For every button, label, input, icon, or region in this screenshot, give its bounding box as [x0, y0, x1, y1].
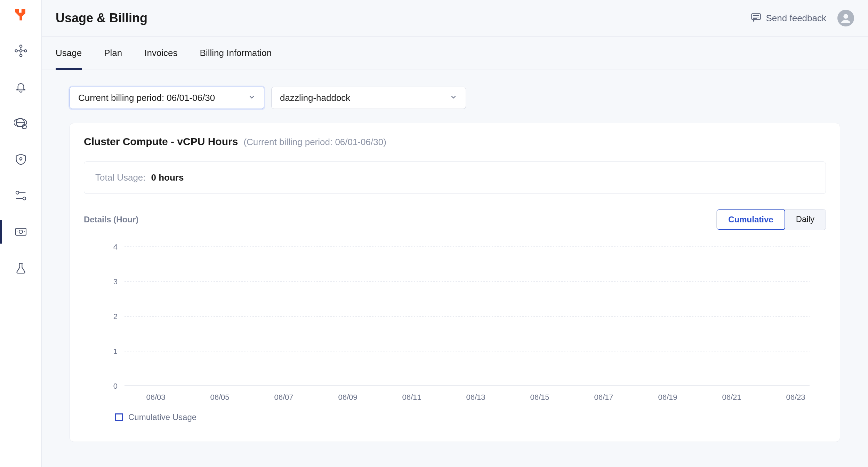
- sidebar-nav: [0, 0, 42, 467]
- feedback-label: Send feedback: [766, 13, 826, 24]
- billing-period-value: Current billing period: 06/01-06/30: [78, 93, 215, 103]
- svg-text:06/21: 06/21: [722, 393, 741, 402]
- chevron-down-icon: [450, 93, 457, 103]
- svg-text:2: 2: [113, 312, 118, 321]
- shield-lock-icon[interactable]: [13, 152, 29, 167]
- svg-point-17: [19, 230, 23, 233]
- svg-point-24: [843, 14, 848, 18]
- tab-plan[interactable]: Plan: [104, 37, 122, 70]
- avatar[interactable]: [837, 10, 854, 26]
- svg-text:06/15: 06/15: [530, 393, 549, 402]
- svg-point-14: [23, 197, 25, 200]
- svg-text:06/07: 06/07: [274, 393, 293, 402]
- usage-chart-svg: 0123406/0306/0506/0706/0906/1106/1306/15…: [84, 240, 826, 407]
- toggle-cumulative-button[interactable]: Cumulative: [716, 209, 785, 230]
- chart-legend: Cumulative Usage: [84, 407, 826, 422]
- filter-controls: Current billing period: 06/01-06/30 dazz…: [42, 70, 868, 123]
- details-row: Details (Hour) Cumulative Daily: [84, 209, 826, 230]
- card-title: Cluster Compute - vCPU Hours: [84, 136, 238, 148]
- svg-text:3: 3: [113, 277, 118, 286]
- cluster-select[interactable]: dazzling-haddock: [271, 87, 466, 109]
- send-feedback-button[interactable]: Send feedback: [750, 11, 826, 25]
- card-subtitle: (Current billing period: 06/01-06/30): [243, 137, 386, 148]
- svg-point-12: [16, 191, 18, 194]
- flask-icon[interactable]: [13, 260, 29, 276]
- total-usage-value: 0 hours: [151, 172, 184, 183]
- svg-point-4: [24, 50, 27, 52]
- details-label: Details (Hour): [84, 215, 138, 224]
- tabs: Usage Plan Invoices Billing Information: [42, 37, 868, 70]
- svg-text:1: 1: [113, 347, 118, 356]
- globe-settings-icon[interactable]: [13, 116, 29, 131]
- billing-period-select[interactable]: Current billing period: 06/01-06/30: [70, 87, 264, 109]
- app-logo-icon: [13, 7, 29, 22]
- svg-text:06/23: 06/23: [786, 393, 805, 402]
- svg-text:06/19: 06/19: [658, 393, 677, 402]
- svg-text:0: 0: [113, 382, 118, 390]
- svg-point-11: [19, 158, 22, 160]
- card-header: Cluster Compute - vCPU Hours (Current bi…: [84, 136, 826, 148]
- svg-point-2: [19, 54, 22, 57]
- svg-text:06/05: 06/05: [210, 393, 229, 402]
- bell-icon[interactable]: [13, 79, 29, 95]
- legend-swatch-icon: [115, 413, 123, 421]
- tab-usage[interactable]: Usage: [56, 37, 82, 70]
- svg-point-0: [19, 50, 22, 52]
- legend-label: Cumulative Usage: [128, 412, 196, 422]
- cluster-value: dazzling-haddock: [280, 93, 350, 103]
- svg-text:06/13: 06/13: [466, 393, 485, 402]
- svg-text:06/11: 06/11: [402, 393, 421, 402]
- topbar-actions: Send feedback: [750, 10, 854, 26]
- connections-icon[interactable]: [13, 188, 29, 203]
- svg-text:06/03: 06/03: [146, 393, 165, 402]
- topbar: Usage & Billing Send feedback: [42, 0, 868, 37]
- main-content: Usage & Billing Send feedback: [42, 0, 868, 467]
- usage-card: Cluster Compute - vCPU Hours (Current bi…: [70, 123, 840, 442]
- svg-point-1: [19, 45, 22, 47]
- svg-text:06/09: 06/09: [338, 393, 357, 402]
- total-usage-label: Total Usage:: [95, 172, 146, 183]
- view-toggle-group: Cumulative Daily: [716, 209, 826, 230]
- tab-invoices[interactable]: Invoices: [144, 37, 177, 70]
- svg-text:06/17: 06/17: [594, 393, 613, 402]
- feedback-icon: [750, 11, 762, 25]
- topology-icon[interactable]: [13, 43, 29, 58]
- toggle-daily-button[interactable]: Daily: [785, 209, 826, 230]
- svg-text:4: 4: [113, 243, 118, 251]
- total-usage-box: Total Usage: 0 hours: [84, 161, 826, 194]
- tab-billing-information[interactable]: Billing Information: [200, 37, 272, 70]
- billing-icon[interactable]: [13, 224, 29, 239]
- page-title: Usage & Billing: [56, 11, 147, 25]
- svg-point-3: [15, 50, 17, 52]
- chevron-down-icon: [248, 93, 256, 103]
- chart: 0123406/0306/0506/0706/0906/1106/1306/15…: [84, 240, 826, 407]
